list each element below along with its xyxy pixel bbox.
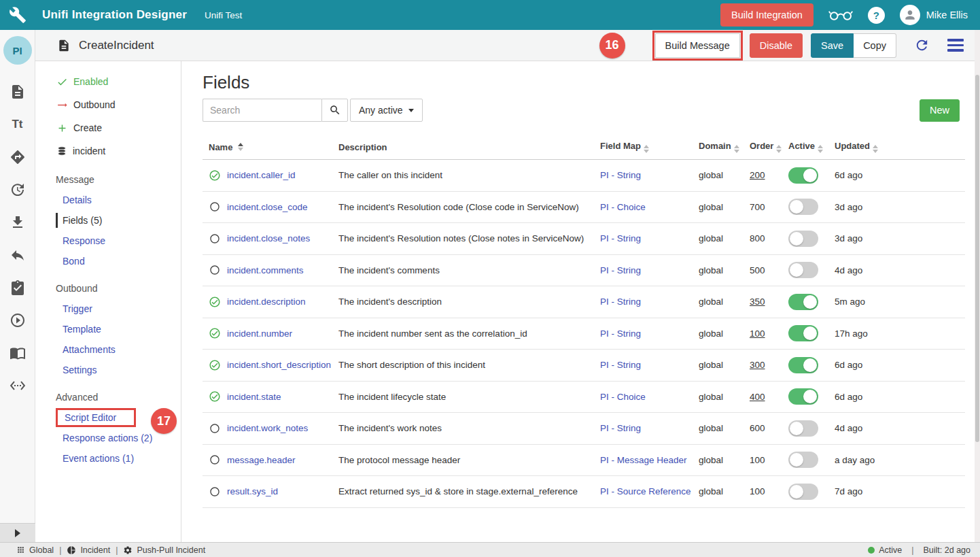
active-toggle[interactable] <box>788 420 818 437</box>
sidebar-item-settings[interactable]: Settings <box>35 360 181 380</box>
field-order[interactable]: 100 <box>750 328 765 339</box>
column-header-order[interactable]: Order <box>750 141 788 153</box>
directions-icon[interactable] <box>10 149 26 165</box>
field-map-link[interactable]: PI - Message Header <box>600 455 687 465</box>
nav-status-create[interactable]: Create <box>35 116 181 139</box>
active-toggle[interactable] <box>788 388 818 405</box>
column-header-field-map[interactable]: Field Map <box>600 141 699 153</box>
field-name-link[interactable]: incident.number <box>227 328 292 339</box>
nav-status-incident[interactable]: incident <box>35 139 181 163</box>
field-map-link[interactable]: PI - String <box>600 328 641 339</box>
sidebar-item-details[interactable]: Details <box>35 190 181 210</box>
field-description: The incident number sent as the correlat… <box>338 328 600 339</box>
vertical-scrollbar[interactable] <box>975 30 980 542</box>
field-map-link[interactable]: PI - String <box>600 170 641 180</box>
field-map-link[interactable]: PI - String <box>600 360 641 370</box>
nav-status-enabled[interactable]: Enabled <box>35 70 181 93</box>
field-order[interactable]: 100 <box>750 486 765 496</box>
integration-indicator[interactable]: Incident <box>67 545 110 555</box>
active-toggle[interactable] <box>788 167 818 184</box>
active-toggle[interactable] <box>788 294 818 310</box>
sidebar-item-attachments[interactable]: Attachments <box>35 339 181 360</box>
sidebar-item-template[interactable]: Template <box>35 319 181 339</box>
reply-icon[interactable] <box>10 247 26 263</box>
active-toggle[interactable] <box>788 325 818 341</box>
column-header-domain[interactable]: Domain <box>699 141 750 153</box>
search-icon[interactable] <box>321 99 348 122</box>
menu-icon[interactable] <box>947 39 964 52</box>
column-header-active[interactable]: Active <box>788 141 835 153</box>
field-order[interactable]: 700 <box>750 202 765 212</box>
field-order[interactable]: 800 <box>750 233 765 243</box>
update-icon[interactable] <box>10 182 26 198</box>
field-order[interactable]: 300 <box>750 360 765 370</box>
help-icon[interactable]: ? <box>868 7 885 24</box>
user-menu[interactable]: Mike Ellis <box>900 5 968 25</box>
save-button[interactable]: Save <box>811 33 854 58</box>
active-toggle[interactable] <box>788 452 818 468</box>
active-toggle[interactable] <box>788 231 818 247</box>
sidebar-item-response[interactable]: Response <box>35 231 181 251</box>
play-circle-icon[interactable] <box>10 312 26 328</box>
scope-indicator[interactable]: Global <box>16 545 54 555</box>
field-order[interactable]: 500 <box>750 265 765 275</box>
column-header-description[interactable]: Description <box>338 142 600 152</box>
field-name-link[interactable]: incident.description <box>227 297 306 307</box>
field-name-link[interactable]: incident.short_description <box>227 360 331 370</box>
field-map-link[interactable]: PI - String <box>600 265 641 275</box>
integration-avatar[interactable]: PI <box>3 36 32 65</box>
field-name-link[interactable]: message.header <box>227 455 296 465</box>
field-map-link[interactable]: PI - String <box>600 233 641 243</box>
active-filter-dropdown[interactable]: Any active <box>350 99 423 122</box>
nav-status-outbound[interactable]: Outbound <box>35 93 181 116</box>
search-input[interactable] <box>203 99 321 122</box>
document-icon[interactable] <box>10 84 26 100</box>
active-toggle[interactable] <box>788 262 818 278</box>
field-map-link[interactable]: PI - Choice <box>600 202 646 212</box>
field-map-link[interactable]: PI - String <box>600 423 641 433</box>
column-header-updated[interactable]: Updated <box>835 141 965 153</box>
build-integration-button[interactable]: Build Integration <box>720 3 813 27</box>
field-name-link[interactable]: result.sys_id <box>227 486 278 496</box>
disable-button[interactable]: Disable <box>750 33 803 58</box>
field-map-link[interactable]: PI - Source Reference <box>600 486 691 496</box>
app-subtitle: Unifi Test <box>205 10 242 20</box>
field-name-link[interactable]: incident.state <box>227 392 281 402</box>
book-icon[interactable] <box>10 345 26 361</box>
sidebar-item-event-actions-1[interactable]: Event actions (1) <box>35 448 181 469</box>
active-toggle[interactable] <box>788 357 818 373</box>
field-map-link[interactable]: PI - String <box>600 297 641 307</box>
text-format-icon[interactable]: Tt <box>10 116 26 133</box>
expand-panel-button[interactable] <box>0 523 35 542</box>
field-map-link[interactable]: PI - Choice <box>600 392 646 402</box>
copy-button[interactable]: Copy <box>854 33 896 58</box>
field-name-link[interactable]: incident.work_notes <box>227 423 308 433</box>
refresh-icon[interactable] <box>914 37 930 53</box>
scrollbar-thumb[interactable] <box>975 75 979 442</box>
column-header-name[interactable]: Name <box>203 142 338 152</box>
field-order[interactable]: 400 <box>750 392 765 402</box>
field-name-link[interactable]: incident.close_code <box>227 202 308 212</box>
code-icon[interactable] <box>10 377 26 394</box>
process-indicator[interactable]: Push-Pull Incident <box>123 545 205 555</box>
preview-glasses-icon[interactable] <box>828 8 853 22</box>
sidebar-item-bond[interactable]: Bond <box>35 251 181 271</box>
wrench-logo-icon[interactable] <box>0 6 35 24</box>
field-name-link[interactable]: incident.close_notes <box>227 233 310 243</box>
download-icon[interactable] <box>10 214 26 231</box>
field-name-link[interactable]: incident.caller_id <box>227 170 296 180</box>
active-toggle[interactable] <box>788 199 818 215</box>
field-name-link[interactable]: incident.comments <box>227 265 304 275</box>
field-order[interactable]: 600 <box>750 423 765 433</box>
task-check-icon[interactable] <box>10 280 26 296</box>
active-toggle[interactable] <box>788 484 818 500</box>
sidebar-item-fields-5[interactable]: Fields (5) <box>35 210 181 231</box>
field-order[interactable]: 100 <box>750 455 765 465</box>
field-order[interactable]: 350 <box>750 297 765 307</box>
new-button[interactable]: New <box>920 99 960 122</box>
field-order[interactable]: 200 <box>750 170 765 180</box>
build-message-button[interactable]: Build Message <box>655 33 740 58</box>
column-label: Updated <box>835 141 870 151</box>
database-icon <box>56 146 67 156</box>
sidebar-item-trigger[interactable]: Trigger <box>35 299 181 319</box>
